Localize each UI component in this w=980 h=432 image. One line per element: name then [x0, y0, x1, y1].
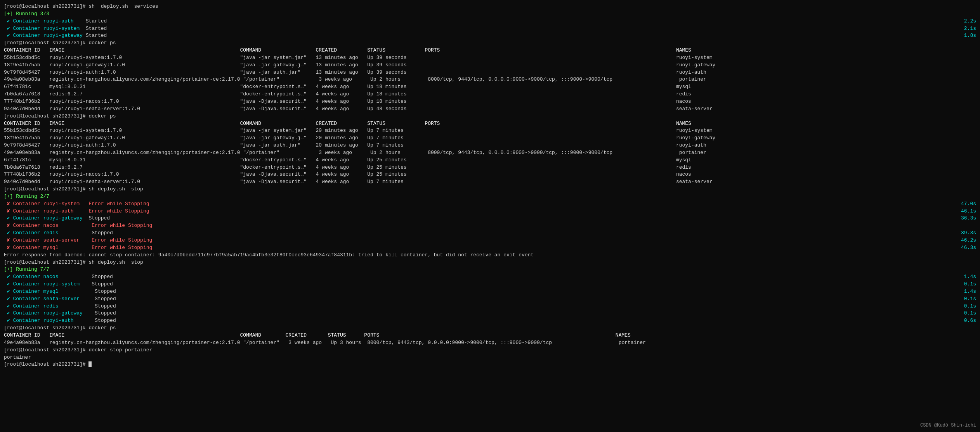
line-running-77: [+] Running 7/7 — [4, 266, 976, 273]
line-auth-started: ✔ Container ruoyi-auth Started 2.2s — [4, 18, 976, 25]
line-row-portainer-2: 49e4a08eb83a registry.cn-hangzhou.aliyun… — [4, 149, 976, 157]
line-mysql-error: ✘ Container mysql Error while Stopping 4… — [4, 244, 976, 252]
line-seata-error: ✘ Container seata-server Error while Sto… — [4, 237, 976, 244]
line-row-gateway-2: 18f9e41b75ab ruoyi/ruoyi-gateway:1.7.0 "… — [4, 135, 976, 142]
terminal: [root@localhost sh2023731]# sh deploy.sh… — [4, 3, 976, 368]
line-error-response: Error response from daemon: cannot stop … — [4, 252, 976, 259]
line-deploy-stop-cmd2: [root@localhost sh2023731]# sh deploy.sh… — [4, 259, 976, 266]
line-auth-error1: ✘ Container ruoyi-auth Error while Stopp… — [4, 208, 976, 215]
line-docker-header-2: CONTAINER ID IMAGE COMMAND CREATED STATU… — [4, 120, 976, 128]
line-row-seata-2: 9a40c7d0bedd ruoyi/ruoyi-seata-server:1.… — [4, 178, 976, 186]
line-row-auth-1: 9c79f8d45427 ruoyi/ruoyi-auth:1.7.0 "jav… — [4, 69, 976, 76]
line-mysql-stopped: ✔ Container mysql Stopped 1.4s — [4, 288, 976, 295]
line-row-portainer-3: 49e4a08eb83a registry.cn-hangzhou.aliyun… — [4, 339, 976, 347]
line-deploy-stop-cmd: [root@localhost sh2023731]# sh deploy.sh… — [4, 186, 976, 193]
line-docker-ps-3: [root@localhost sh2023731]# docker ps — [4, 325, 976, 332]
line-row-mysql-2: 67f41781c mysql:8.0.31 "docker-entrypoin… — [4, 157, 976, 164]
line-docker-header-1: CONTAINER ID IMAGE COMMAND CREATED STATU… — [4, 47, 976, 54]
line-system-stopped: ✔ Container ruoyi-system Stopped 0.1s — [4, 281, 976, 288]
watermark: CSDN @Kudō Shin-ichi — [920, 422, 976, 429]
line-gateway-stopped: ✔ Container ruoyi-gateway Stopped 36.3s — [4, 215, 976, 222]
line-row-portainer-1: 49e4a08eb83a registry.cn-hangzhou.aliyun… — [4, 76, 976, 83]
line-row-mysql-1: 67f41781c mysql:8.0.31 "docker-entrypoin… — [4, 83, 976, 91]
line-gateway-started: ✔ Container ruoyi-gateway Started 1.8s — [4, 32, 976, 40]
line-system-started: ✔ Container ruoyi-system Started 2.1s — [4, 25, 976, 33]
line-nacos-stopped: ✔ Container nacos Stopped 1.4s — [4, 273, 976, 281]
line-row-redis-2: 7b0da67a7618 redis:6.2.7 "docker-entrypo… — [4, 164, 976, 171]
line-redis-stopped: ✔ Container redis Stopped 39.3s — [4, 230, 976, 237]
line-row-seata-1: 9a40c7d0bedd ruoyi/ruoyi-seata-server:1.… — [4, 105, 976, 113]
line-docker-stop-portainer: [root@localhost sh2023731]# docker stop … — [4, 347, 976, 354]
line-docker-header-3: CONTAINER ID IMAGE COMMAND CREATED STATU… — [4, 332, 976, 339]
line-redis-stopped2: ✔ Container redis Stopped 0.1s — [4, 303, 976, 310]
line-system-error1: ✘ Container ruoyi-system Error while Sto… — [4, 200, 976, 208]
line-auth-stopped: ✔ Container ruoyi-auth Stopped 0.6s — [4, 317, 976, 325]
line-nacos-error: ✘ Container nacos Error while Stopping — [4, 222, 976, 230]
line-final-prompt: [root@localhost sh2023731]# — [4, 361, 976, 368]
line-row-gateway-1: 18f9e41b75ab ruoyi/ruoyi-gateway:1.7.0 "… — [4, 62, 976, 69]
line-row-system-2: 55b153cdbd5c ruoyi/ruoyi-system:1.7.0 "j… — [4, 127, 976, 135]
line-gateway-stopped2: ✔ Container ruoyi-gateway Stopped 0.1s — [4, 310, 976, 317]
line-docker-ps-2: [root@localhost sh2023731]# docker ps — [4, 113, 976, 120]
line-1: [root@localhost sh2023731]# sh deploy.sh… — [4, 3, 976, 10]
line-row-auth-2: 9c79f8d45427 ruoyi/ruoyi-auth:1.7.0 "jav… — [4, 142, 976, 149]
line-running-3: [+] Running 3/3 — [4, 10, 976, 18]
line-row-redis-1: 7b0da67a7618 redis:6.2.7 "docker-entrypo… — [4, 91, 976, 98]
line-row-nacos-1: 77748b1f36b2 ruoyi/ruoyi-nacos:1.7.0 "ja… — [4, 98, 976, 105]
line-running-27: [+] Running 2/7 — [4, 193, 976, 200]
line-seata-stopped: ✔ Container seata-server Stopped 0.1s — [4, 295, 976, 303]
line-row-system-1: 55b153cdbd5c ruoyi/ruoyi-system:1.7.0 "j… — [4, 54, 976, 62]
line-portainer-output: portainer — [4, 354, 976, 361]
line-row-nacos-2: 77748b1f36b2 ruoyi/ruoyi-nacos:1.7.0 "ja… — [4, 171, 976, 178]
line-docker-ps-1: [root@localhost sh2023731]# docker ps — [4, 40, 976, 47]
